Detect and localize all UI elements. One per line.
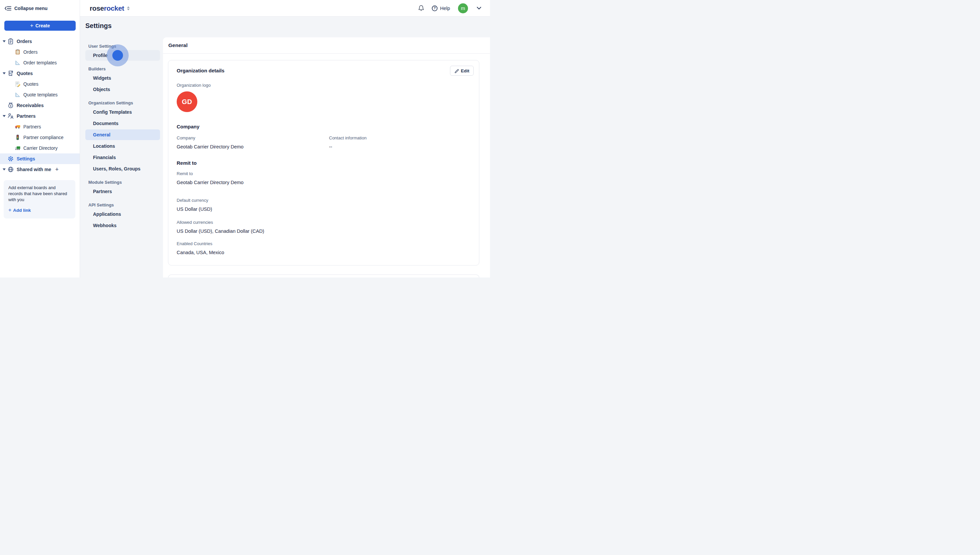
settings-nav-item-users-roles-groups[interactable]: Users, Roles, Groups xyxy=(85,164,160,174)
caret-down-icon[interactable] xyxy=(3,168,7,170)
plus-icon: + xyxy=(30,22,34,29)
sidebar-item-label: Carrier Directory xyxy=(23,146,58,151)
company-value: Geotab Carrier Directory Demo xyxy=(177,144,329,149)
create-button[interactable]: + Create xyxy=(4,21,76,30)
sidebar-item-label: Quotes xyxy=(23,82,38,87)
contact-information-label: Contact information xyxy=(329,135,471,140)
globe-icon xyxy=(7,166,14,173)
organization-logo[interactable]: GD xyxy=(177,91,197,112)
settings-nav-item-profile[interactable]: Profile xyxy=(85,50,160,61)
contact-information-value: -- xyxy=(329,144,471,149)
sidebar-item-label: Settings xyxy=(17,156,35,162)
sidebar-item-partners[interactable]: Partners xyxy=(0,121,80,132)
settings-nav-item-objects[interactable]: Objects xyxy=(85,84,160,95)
sidebar-item-partners-group[interactable]: Partners xyxy=(0,111,80,121)
triangle-ruler-icon xyxy=(15,60,21,66)
partners-users-icon xyxy=(7,113,14,119)
card-title: Organization details xyxy=(177,68,471,73)
nav-section-organization-settings: Organization Settings xyxy=(85,99,160,106)
sidebar-item-label: Receivables xyxy=(17,103,44,108)
settings-nav-item-config-templates[interactable]: Config Templates xyxy=(85,107,160,117)
settings-nav-item-general[interactable]: General xyxy=(85,130,160,140)
company-label: Company xyxy=(177,135,329,140)
remit-to-section-heading: Remit to xyxy=(177,160,471,166)
settings-nav: User Settings Profile Builders Widgets O… xyxy=(80,37,163,278)
caret-down-icon[interactable] xyxy=(3,72,7,74)
company-section-heading: Company xyxy=(177,124,471,130)
help-icon: ? xyxy=(431,5,438,12)
enabled-countries-value: Canada, USA, Mexico xyxy=(177,250,471,255)
svg-text:?: ? xyxy=(434,6,436,10)
notifications-bell-icon[interactable] xyxy=(418,5,425,12)
default-currency-value: US Dollar (USD) xyxy=(177,207,471,212)
settings-nav-item-webhooks[interactable]: Webhooks xyxy=(85,220,160,231)
edit-button[interactable]: Edit xyxy=(450,66,474,76)
help-label: Help xyxy=(440,6,450,11)
nav-section-api-settings: API Settings xyxy=(85,201,160,208)
triangle-ruler-icon xyxy=(15,92,21,98)
sidebar-item-quotes-group[interactable]: $ Quotes xyxy=(0,68,80,79)
org-switcher-icon[interactable] xyxy=(127,6,129,10)
sidebar-item-orders[interactable]: Orders xyxy=(0,47,80,57)
sidebar-item-quotes[interactable]: Quotes xyxy=(0,79,80,89)
sidebar-item-label: Partners xyxy=(17,114,36,119)
sidebar-item-label: Quote templates xyxy=(23,92,58,98)
collapse-menu-label: Collapse menu xyxy=(14,6,48,11)
allowed-currencies-value: US Dollar (USD), Canadian Dollar (CAD) xyxy=(177,228,471,234)
settings-nav-item-widgets[interactable]: Widgets xyxy=(85,73,160,83)
organization-details-card: Organization details Edit Organization l… xyxy=(168,60,479,265)
sidebar-item-quote-templates[interactable]: Quote templates xyxy=(0,89,80,100)
svg-text:$: $ xyxy=(10,72,11,75)
nav-section-module-settings: Module Settings xyxy=(85,179,160,185)
sidebar-item-label: Quotes xyxy=(17,71,33,76)
settings-nav-item-partners[interactable]: Partners xyxy=(85,186,160,197)
help-button[interactable]: ? Help xyxy=(431,5,450,12)
allowed-currencies-label: Allowed currencies xyxy=(177,220,471,225)
sidebar-item-label: Orders xyxy=(17,39,32,44)
roserocket-logo[interactable]: roserocket xyxy=(90,4,129,12)
sidebar-item-carrier-directory[interactable]: Carrier Directory xyxy=(0,143,80,153)
clipboard-icon xyxy=(7,38,14,45)
caret-down-icon[interactable] xyxy=(3,115,7,117)
settings-nav-item-locations[interactable]: Locations xyxy=(85,141,160,151)
sidebar-item-label: Partners xyxy=(23,124,41,130)
gear-icon xyxy=(7,156,14,162)
sidebar-item-label: Order templates xyxy=(23,60,57,66)
collapse-menu-icon xyxy=(5,6,11,11)
sidebar-item-receivables[interactable]: $ Receivables xyxy=(0,100,80,111)
sidebar: Collapse menu + Create Orders xyxy=(0,0,80,278)
settings-nav-item-documents[interactable]: Documents xyxy=(85,118,160,129)
edit-button-label: Edit xyxy=(461,68,470,73)
settings-nav-item-financials[interactable]: Financials xyxy=(85,152,160,163)
svg-text:$: $ xyxy=(10,104,12,107)
memo-pencil-icon xyxy=(15,81,21,87)
add-shared-link-icon[interactable]: + xyxy=(55,167,59,172)
sidebar-item-settings[interactable]: Settings xyxy=(0,153,80,164)
sidebar-item-partner-compliance[interactable]: Partner compliance xyxy=(0,132,80,143)
collapse-menu-button[interactable]: Collapse menu xyxy=(0,0,80,17)
avatar[interactable]: m xyxy=(458,3,468,13)
chevron-down-icon[interactable] xyxy=(476,7,481,10)
sidebar-item-shared-with-me[interactable]: Shared with me + xyxy=(0,164,80,175)
logo-text-rose: rose xyxy=(90,4,104,12)
enabled-countries-label: Enabled Countries xyxy=(177,241,471,246)
nav-section-builders: Builders xyxy=(85,66,160,72)
main-region: roserocket ? Help xyxy=(80,0,490,278)
organization-logo-label: Organization logo xyxy=(177,83,471,88)
panel-heading: General xyxy=(163,37,490,54)
nav-section-user-settings: User Settings xyxy=(85,43,160,50)
app-root: Collapse menu + Create Orders xyxy=(0,0,490,278)
topbar: roserocket ? Help xyxy=(80,0,490,17)
settings-nav-item-applications[interactable]: Applications xyxy=(85,209,160,220)
plus-icon: + xyxy=(8,207,11,213)
sidebar-item-orders-group[interactable]: Orders xyxy=(0,36,80,47)
next-section-card xyxy=(168,274,479,278)
pencil-icon xyxy=(454,68,459,73)
caret-down-icon[interactable] xyxy=(3,40,7,42)
sidebar-item-order-templates[interactable]: Order templates xyxy=(0,57,80,68)
shared-info-box: Add external boards and records that hav… xyxy=(4,180,75,218)
sidebar-item-label: Shared with me xyxy=(17,167,51,172)
logo-text-rocket: rocket xyxy=(104,4,124,12)
remit-to-value: Geotab Carrier Directory Demo xyxy=(177,180,471,185)
add-link-button[interactable]: + Add link xyxy=(8,207,71,213)
